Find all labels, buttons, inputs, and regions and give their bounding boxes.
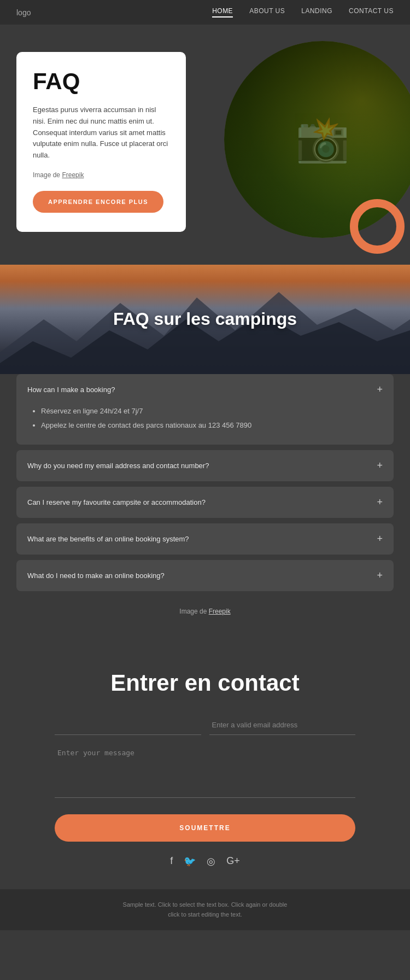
- faq-card-text: Egestas purus viverra accumsan in nisl n…: [33, 104, 169, 161]
- nav-contact[interactable]: CONTACT US: [349, 7, 394, 18]
- googleplus-icon[interactable]: G+: [226, 855, 240, 867]
- nav-links: HOME ABOUT US LANDING CONTACT US: [212, 7, 394, 18]
- accordion-header-2[interactable]: Can I reserve my favourite campsite or a…: [16, 487, 394, 518]
- accordion-question-2: Can I reserve my favourite campsite or a…: [27, 498, 206, 506]
- faq-card: FAQ Egestas purus viverra accumsan in ni…: [16, 52, 186, 232]
- email-input[interactable]: [209, 715, 356, 735]
- contact-section: Entrer en contact SOUMETTRE f 🐦 ◎ G+: [0, 643, 410, 889]
- contact-title: Entrer en contact: [55, 670, 355, 696]
- accordion-header-3[interactable]: What are the benefits of an online booki…: [16, 523, 394, 555]
- freepik-link[interactable]: Freepik: [62, 171, 84, 179]
- faq-accordion-section: How can I make a booking? + Réservez en …: [0, 374, 410, 643]
- accordion-header-1[interactable]: Why do you need my email address and con…: [16, 450, 394, 481]
- accordion-body-0: Réservez en ligne 24h/24 et 7j/7 Appelez…: [16, 405, 394, 445]
- instagram-icon[interactable]: ◎: [207, 855, 215, 867]
- accordion-header-4[interactable]: What do I need to make an online booking…: [16, 560, 394, 591]
- orange-ring-decoration: [350, 199, 405, 254]
- accordion-item-0: How can I make a booking? + Réservez en …: [16, 374, 394, 445]
- accordion-icon-4: +: [377, 570, 383, 581]
- twitter-icon[interactable]: 🐦: [184, 855, 196, 867]
- accordion-header-0[interactable]: How can I make a booking? +: [16, 374, 394, 405]
- accordion-item-1: Why do you need my email address and con…: [16, 450, 394, 481]
- accordion-question-4: What do I need to make an online booking…: [27, 571, 165, 580]
- name-input[interactable]: [55, 715, 201, 735]
- mountain-faq-title: FAQ sur les campings: [102, 276, 308, 362]
- accordion-item-3: What are the benefits of an online booki…: [16, 523, 394, 555]
- nav-home[interactable]: HOME: [212, 7, 233, 18]
- submit-button[interactable]: SOUMETTRE: [55, 814, 355, 842]
- accordion-icon-3: +: [377, 533, 383, 545]
- accordion-question-3: What are the benefits of an online booki…: [27, 535, 189, 543]
- faq-card-attribution: Image de Freepik: [33, 171, 169, 179]
- accordion-icon-1: +: [377, 460, 383, 471]
- faq-card-title: FAQ: [33, 68, 169, 95]
- social-row: f 🐦 ◎ G+: [55, 855, 355, 867]
- footer: Sample text. Click to select the text bo…: [0, 889, 410, 930]
- nav-about[interactable]: ABOUT US: [249, 7, 285, 18]
- contact-form: SOUMETTRE: [55, 715, 355, 842]
- navbar: logo HOME ABOUT US LANDING CONTACT US: [0, 0, 410, 25]
- mountain-section: FAQ sur les campings: [0, 265, 410, 374]
- learn-more-button[interactable]: APPRENDRE ENCORE PLUS: [33, 191, 163, 213]
- accordion-question-1: Why do you need my email address and con…: [27, 462, 209, 470]
- accordion-icon-2: +: [377, 497, 383, 508]
- footer-text: Sample text. Click to select the text bo…: [11, 900, 399, 919]
- form-row-name-email: [55, 715, 355, 735]
- hero-section: FAQ Egestas purus viverra accumsan in ni…: [0, 25, 410, 265]
- accordion-item-2: Can I reserve my favourite campsite or a…: [16, 487, 394, 518]
- accordion-answer-item-0-0: Réservez en ligne 24h/24 et 7j/7: [41, 405, 383, 417]
- accordion-freepik-link[interactable]: Freepik: [209, 608, 231, 615]
- message-textarea[interactable]: [55, 743, 355, 798]
- facebook-icon[interactable]: f: [170, 855, 173, 867]
- logo: logo: [16, 8, 212, 17]
- accordion-item-4: What do I need to make an online booking…: [16, 560, 394, 591]
- accordion-attribution: Image de Freepik: [16, 597, 394, 632]
- nav-landing[interactable]: LANDING: [301, 7, 332, 18]
- accordion-question-0: How can I make a booking?: [27, 386, 115, 394]
- accordion-icon-0: +: [377, 384, 383, 395]
- accordion-answer-item-0-1: Appelez le centre de contact des parcs n…: [41, 419, 383, 431]
